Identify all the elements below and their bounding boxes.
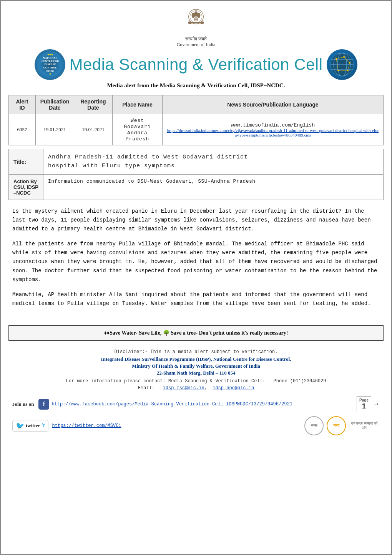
disclaimer-line1: Disclaimer:- This is a media alert subje…	[12, 349, 380, 355]
body-text: Is the mystery ailment which created pan…	[1, 200, 391, 321]
facebook-icon: f	[38, 399, 49, 410]
svg-point-11	[188, 22, 192, 24]
page-badge-container: Page 1 →	[357, 396, 380, 412]
facebook-link[interactable]: http://www.facebook.com/pages/Media-Scan…	[51, 402, 292, 407]
svg-point-12	[200, 22, 204, 24]
cell-pub-date: 19.01.2021	[36, 114, 74, 145]
footer-tagline: एक कदम स्वच्छता की ओर	[349, 422, 380, 430]
page-arrow: →	[373, 400, 380, 408]
satyameva-text: सत्यमेव जयते Government of India	[177, 36, 216, 48]
twitter-link[interactable]: https://twitter.com/MSVC1	[52, 423, 121, 428]
cell-rep-date: 19.01.2021	[74, 114, 113, 145]
news-source-link[interactable]: https://timesofindia.indiatimes.com/city…	[166, 128, 379, 137]
col-header-rep-date: Reporting Date	[74, 95, 113, 114]
cell-news: www.timesofindia.com/English https://tim…	[163, 114, 384, 145]
footer-banner: ♦♦Save Water- Save Life, 🌳 Save a tree- …	[8, 325, 384, 341]
svg-point-4	[194, 11, 198, 17]
place-name-text: West GodavariAndhraPradesh	[124, 118, 151, 142]
alert-table-container: Alert ID Publication Date Reporting Date…	[1, 91, 391, 149]
email1-link[interactable]: idsp-msc@nic.in	[163, 385, 204, 391]
bharat-icon: भारत	[327, 416, 346, 435]
alert-table: Alert ID Publication Date Reporting Date…	[8, 95, 384, 145]
cell-alert-id: 6057	[9, 114, 36, 145]
twitter-badge-label: twitter	[26, 423, 40, 429]
col-header-place: Place Name	[113, 95, 163, 114]
twitter-row: 🐦 twitter 𝕐 https://twitter.com/MSVC1 स्…	[1, 415, 391, 439]
disclaimer-section: Disclaimer:- This is a media alert subje…	[1, 345, 391, 394]
svg-rect-10	[192, 22, 200, 23]
body-paragraph-2: All the patients are from nearby Pulla v…	[12, 240, 380, 284]
col-header-pub-date: Publication Date	[36, 95, 74, 114]
ncdc-logo-text: ★★★ NATIONALCENTRE FORDISEASECONTROL DEL…	[42, 53, 59, 75]
news-source-text: www.timesofindia.com/English	[166, 122, 379, 128]
disclaimer-line4: 22-Sham Nath Marg, Delhi – 110 054	[12, 370, 380, 376]
join-label: Join us on	[12, 401, 34, 407]
disclaimer-line6: Email: - idsp-msc@nic.in, idsp-npo@nic.i…	[12, 385, 380, 391]
disclaimer-line3: Ministry Of Health & Family Welfare, Gov…	[12, 363, 380, 369]
title-content: Andhra Pradesh-11 admitted to West Godav…	[43, 149, 252, 174]
action-label: Action ByCSU, IDSP–NCDC	[9, 175, 43, 200]
twitter-y-suffix: 𝕐	[42, 423, 45, 428]
ncdc-logo: ★★★ NATIONALCENTRE FORDISEASECONTROL DEL…	[35, 49, 65, 80]
swachh-bharat-container: स्वच्छ भारत एक कदम स्वच्छता की ओर	[304, 416, 380, 435]
col-header-alert-id: Alert ID	[9, 95, 36, 114]
table-row: 6057 19.01.2021 19.01.2021 West Godavari…	[9, 114, 384, 145]
action-section: Action ByCSU, IDSP–NCDC Information comm…	[8, 175, 384, 200]
page-badge: Page 1	[357, 396, 371, 412]
body-paragraph-1: Is the mystery ailment which created pan…	[12, 207, 380, 233]
social-row: Join us on f http://www.facebook.com/pag…	[1, 394, 391, 415]
title-section: Title: Andhra Pradesh-11 admitted to Wes…	[8, 149, 384, 175]
subtitle-text: Media alert from the Media Scanning & Ve…	[107, 82, 285, 89]
body-paragraph-3: Meanwhile, AP health minister Alla Nani …	[12, 290, 380, 308]
email2-link[interactable]: idsp-npo@nic.in	[213, 385, 254, 391]
title-label: Title:	[9, 149, 43, 174]
twitter-bird-icon: 🐦	[16, 422, 24, 430]
globe-icon	[327, 49, 357, 80]
footer-banner-text: ♦♦Save Water- Save Life, 🌳 Save a tree- …	[104, 330, 288, 336]
swachh-icon: स्वच्छ	[304, 416, 324, 435]
govt-emblem	[181, 5, 211, 35]
action-content: Information communicated to DSU-West God…	[43, 175, 260, 200]
page-title: Media Scanning & Verification Cell	[69, 55, 322, 74]
col-header-news: News Source/Publication Language	[163, 95, 384, 114]
disclaimer-line5: For more information please contact: Med…	[12, 378, 380, 384]
disclaimer-line2: Integrated Disease Surveillance Programm…	[12, 356, 380, 362]
cell-place: West GodavariAndhraPradesh	[113, 114, 163, 145]
twitter-badge: 🐦 twitter 𝕐	[12, 420, 48, 432]
